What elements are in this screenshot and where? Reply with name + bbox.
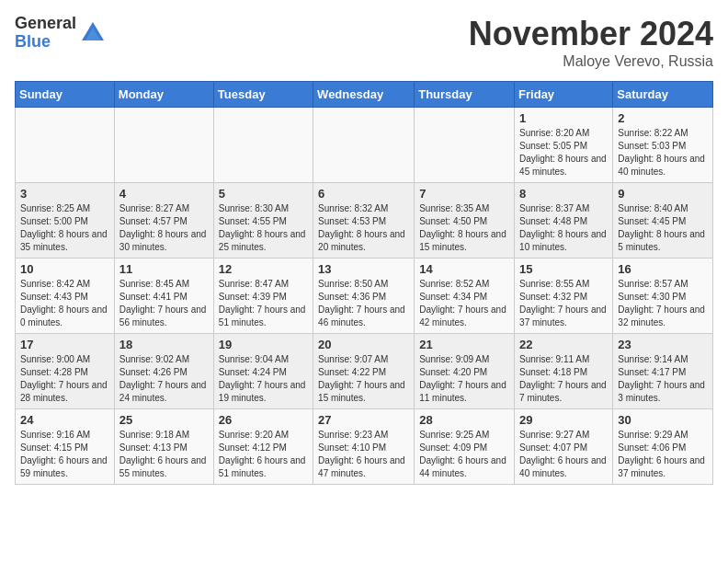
day-number: 25 bbox=[119, 413, 209, 427]
calendar-cell: 28Sunrise: 9:25 AM Sunset: 4:09 PM Dayli… bbox=[415, 409, 515, 485]
calendar-cell: 22Sunrise: 9:11 AM Sunset: 4:18 PM Dayli… bbox=[515, 334, 613, 409]
day-number: 4 bbox=[119, 187, 209, 201]
calendar-cell: 16Sunrise: 8:57 AM Sunset: 4:30 PM Dayli… bbox=[613, 259, 713, 334]
calendar-cell: 30Sunrise: 9:29 AM Sunset: 4:06 PM Dayli… bbox=[613, 409, 713, 485]
day-number: 5 bbox=[219, 187, 308, 201]
day-info: Sunrise: 9:18 AM Sunset: 4:13 PM Dayligh… bbox=[119, 429, 209, 480]
calendar-cell: 15Sunrise: 8:55 AM Sunset: 4:32 PM Dayli… bbox=[515, 259, 613, 334]
day-info: Sunrise: 8:35 AM Sunset: 4:50 PM Dayligh… bbox=[419, 202, 509, 254]
calendar-cell: 1Sunrise: 8:20 AM Sunset: 5:05 PM Daylig… bbox=[515, 108, 613, 183]
day-number: 10 bbox=[20, 262, 109, 276]
calendar-cell: 8Sunrise: 8:37 AM Sunset: 4:48 PM Daylig… bbox=[515, 183, 613, 259]
day-number: 14 bbox=[419, 262, 509, 276]
calendar-cell: 12Sunrise: 8:47 AM Sunset: 4:39 PM Dayli… bbox=[213, 259, 313, 334]
header-sunday: Sunday bbox=[16, 82, 115, 108]
calendar-cell: 13Sunrise: 8:50 AM Sunset: 4:36 PM Dayli… bbox=[313, 259, 415, 334]
logo-blue: Blue bbox=[15, 33, 76, 52]
day-number: 9 bbox=[618, 187, 708, 201]
calendar-cell: 24Sunrise: 9:16 AM Sunset: 4:15 PM Dayli… bbox=[16, 409, 115, 485]
header-wednesday: Wednesday bbox=[313, 82, 415, 108]
day-info: Sunrise: 9:20 AM Sunset: 4:12 PM Dayligh… bbox=[219, 429, 308, 480]
day-number: 21 bbox=[419, 338, 509, 351]
day-info: Sunrise: 8:55 AM Sunset: 4:32 PM Dayligh… bbox=[519, 278, 608, 329]
day-number: 28 bbox=[419, 413, 509, 427]
location: Maloye Verevo, Russia bbox=[469, 53, 713, 70]
day-number: 18 bbox=[119, 338, 209, 351]
calendar-table: SundayMondayTuesdayWednesdayThursdayFrid… bbox=[15, 81, 713, 485]
day-number: 12 bbox=[219, 262, 308, 276]
day-number: 26 bbox=[219, 413, 308, 427]
day-number: 23 bbox=[618, 338, 708, 351]
calendar-cell: 4Sunrise: 8:27 AM Sunset: 4:57 PM Daylig… bbox=[114, 183, 213, 259]
day-info: Sunrise: 8:42 AM Sunset: 4:43 PM Dayligh… bbox=[20, 278, 109, 329]
day-number: 27 bbox=[318, 413, 409, 427]
day-info: Sunrise: 9:04 AM Sunset: 4:24 PM Dayligh… bbox=[219, 353, 308, 405]
day-number: 1 bbox=[519, 111, 608, 125]
logo: General Blue bbox=[15, 15, 106, 52]
day-number: 6 bbox=[318, 187, 409, 201]
day-number: 15 bbox=[519, 262, 608, 276]
day-number: 30 bbox=[618, 413, 708, 427]
day-info: Sunrise: 9:09 AM Sunset: 4:20 PM Dayligh… bbox=[419, 353, 509, 405]
calendar-cell: 19Sunrise: 9:04 AM Sunset: 4:24 PM Dayli… bbox=[213, 334, 313, 409]
day-number: 2 bbox=[618, 111, 708, 125]
day-info: Sunrise: 8:25 AM Sunset: 5:00 PM Dayligh… bbox=[20, 202, 109, 254]
day-info: Sunrise: 8:45 AM Sunset: 4:41 PM Dayligh… bbox=[119, 278, 209, 329]
day-info: Sunrise: 8:47 AM Sunset: 4:39 PM Dayligh… bbox=[219, 278, 308, 329]
header-friday: Friday bbox=[515, 82, 613, 108]
calendar-cell bbox=[16, 108, 115, 183]
calendar-cell: 5Sunrise: 8:30 AM Sunset: 4:55 PM Daylig… bbox=[213, 183, 313, 259]
logo-icon bbox=[80, 20, 106, 46]
calendar-week-4: 17Sunrise: 9:00 AM Sunset: 4:28 PM Dayli… bbox=[16, 334, 713, 409]
day-info: Sunrise: 9:25 AM Sunset: 4:09 PM Dayligh… bbox=[419, 429, 509, 480]
day-info: Sunrise: 9:23 AM Sunset: 4:10 PM Dayligh… bbox=[318, 429, 409, 480]
calendar-cell bbox=[114, 108, 213, 183]
calendar-cell: 2Sunrise: 8:22 AM Sunset: 5:03 PM Daylig… bbox=[613, 108, 713, 183]
day-info: Sunrise: 8:52 AM Sunset: 4:34 PM Dayligh… bbox=[419, 278, 509, 329]
day-number: 22 bbox=[519, 338, 608, 351]
header-tuesday: Tuesday bbox=[213, 82, 313, 108]
calendar-week-1: 1Sunrise: 8:20 AM Sunset: 5:05 PM Daylig… bbox=[16, 108, 713, 183]
day-info: Sunrise: 9:02 AM Sunset: 4:26 PM Dayligh… bbox=[119, 353, 209, 405]
calendar-week-5: 24Sunrise: 9:16 AM Sunset: 4:15 PM Dayli… bbox=[16, 409, 713, 485]
day-info: Sunrise: 9:14 AM Sunset: 4:17 PM Dayligh… bbox=[618, 353, 708, 405]
day-info: Sunrise: 9:29 AM Sunset: 4:06 PM Dayligh… bbox=[618, 429, 708, 480]
calendar-cell: 27Sunrise: 9:23 AM Sunset: 4:10 PM Dayli… bbox=[313, 409, 415, 485]
calendar-cell: 11Sunrise: 8:45 AM Sunset: 4:41 PM Dayli… bbox=[114, 259, 213, 334]
day-number: 8 bbox=[519, 187, 608, 201]
day-number: 16 bbox=[618, 262, 708, 276]
calendar-cell: 29Sunrise: 9:27 AM Sunset: 4:07 PM Dayli… bbox=[515, 409, 613, 485]
calendar-cell: 7Sunrise: 8:35 AM Sunset: 4:50 PM Daylig… bbox=[415, 183, 515, 259]
calendar-week-2: 3Sunrise: 8:25 AM Sunset: 5:00 PM Daylig… bbox=[16, 183, 713, 259]
calendar-cell: 23Sunrise: 9:14 AM Sunset: 4:17 PM Dayli… bbox=[613, 334, 713, 409]
header-thursday: Thursday bbox=[415, 82, 515, 108]
day-number: 29 bbox=[519, 413, 608, 427]
header-monday: Monday bbox=[114, 82, 213, 108]
calendar-cell: 17Sunrise: 9:00 AM Sunset: 4:28 PM Dayli… bbox=[16, 334, 115, 409]
day-info: Sunrise: 8:27 AM Sunset: 4:57 PM Dayligh… bbox=[119, 202, 209, 254]
calendar-cell: 18Sunrise: 9:02 AM Sunset: 4:26 PM Dayli… bbox=[114, 334, 213, 409]
day-info: Sunrise: 8:40 AM Sunset: 4:45 PM Dayligh… bbox=[618, 202, 708, 254]
day-number: 13 bbox=[318, 262, 409, 276]
calendar-header-row: SundayMondayTuesdayWednesdayThursdayFrid… bbox=[16, 82, 713, 108]
day-info: Sunrise: 8:57 AM Sunset: 4:30 PM Dayligh… bbox=[618, 278, 708, 329]
calendar-cell: 6Sunrise: 8:32 AM Sunset: 4:53 PM Daylig… bbox=[313, 183, 415, 259]
calendar-cell: 25Sunrise: 9:18 AM Sunset: 4:13 PM Dayli… bbox=[114, 409, 213, 485]
day-info: Sunrise: 9:11 AM Sunset: 4:18 PM Dayligh… bbox=[519, 353, 608, 405]
header-saturday: Saturday bbox=[613, 82, 713, 108]
day-number: 17 bbox=[20, 338, 109, 351]
calendar-cell bbox=[313, 108, 415, 183]
day-number: 3 bbox=[20, 187, 109, 201]
day-info: Sunrise: 8:22 AM Sunset: 5:03 PM Dayligh… bbox=[618, 127, 708, 178]
day-number: 19 bbox=[219, 338, 308, 351]
calendar-cell: 10Sunrise: 8:42 AM Sunset: 4:43 PM Dayli… bbox=[16, 259, 115, 334]
calendar-cell: 26Sunrise: 9:20 AM Sunset: 4:12 PM Dayli… bbox=[213, 409, 313, 485]
day-info: Sunrise: 9:27 AM Sunset: 4:07 PM Dayligh… bbox=[519, 429, 608, 480]
calendar-week-3: 10Sunrise: 8:42 AM Sunset: 4:43 PM Dayli… bbox=[16, 259, 713, 334]
month-title: November 2024 bbox=[469, 15, 713, 53]
day-info: Sunrise: 9:00 AM Sunset: 4:28 PM Dayligh… bbox=[20, 353, 109, 405]
calendar-cell bbox=[415, 108, 515, 183]
calendar-cell: 21Sunrise: 9:09 AM Sunset: 4:20 PM Dayli… bbox=[415, 334, 515, 409]
day-info: Sunrise: 8:50 AM Sunset: 4:36 PM Dayligh… bbox=[318, 278, 409, 329]
logo-general: General bbox=[15, 15, 76, 33]
